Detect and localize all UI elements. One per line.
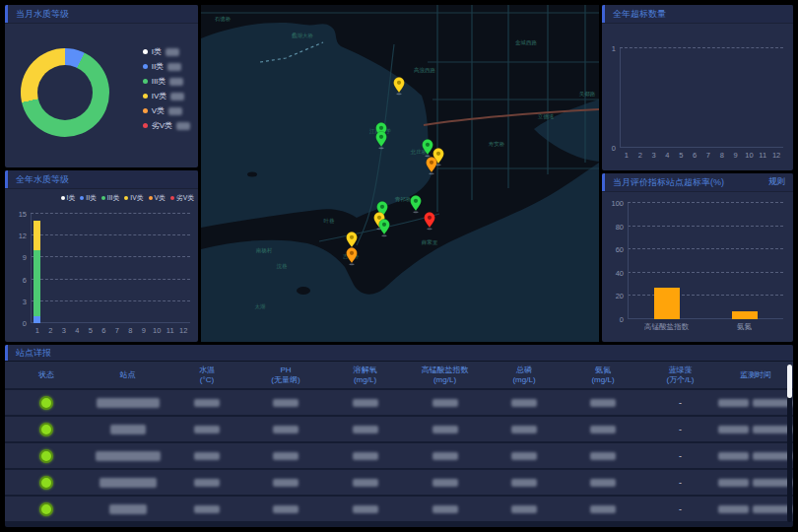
column-header-状态: 状态 [5,370,88,380]
pin-shadow [427,228,432,230]
pin-shadow [396,93,401,95]
redacted-value [273,505,299,513]
cell-氨氮 [564,452,642,460]
table-row[interactable]: - [5,497,793,521]
cell-水温 [167,452,246,460]
legend-item[interactable]: IV类 [143,91,190,101]
cell-站点 [88,478,167,488]
table-row[interactable]: - [5,443,793,468]
y-axis-tick: 3 [23,297,27,305]
redacted-value [176,122,190,130]
redacted-date [718,399,749,407]
x-axis-tick: 7 [115,326,119,335]
gridline: 15 [31,213,190,214]
legend-dot [143,49,148,54]
cell-水温 [167,426,246,433]
bar-segment-II类 [33,316,40,323]
y-axis-tick: 9 [23,253,27,262]
panel-title-text: 全年超标数量 [613,8,666,21]
panel-title-text: 站点详报 [16,347,51,360]
legend-label: I类 [67,193,76,203]
gridline: 0 [31,322,190,323]
year-quality-plot[interactable]: 03691215123456789101112 [31,214,190,323]
pin-center [379,135,383,139]
pin-center [379,126,383,130]
table-body: ----- [5,390,793,521]
legend-item[interactable]: I类 [61,193,76,203]
redacted-value [169,78,183,86]
x-axis-tick: 1 [625,151,629,160]
status-indicator [39,396,53,410]
legend-label: III类 [152,76,166,87]
x-axis-tick: 5 [89,326,93,335]
legend-item[interactable]: V类 [149,193,166,203]
redacted-value [194,426,220,433]
panel-title-month-rate: 当月评价指标站点超标率(%) 规则 [602,173,793,191]
y-axis-tick: 60 [616,245,624,254]
panel-title-month-quality: 当月水质等级 [5,5,198,23]
cell-水温 [167,479,246,487]
redacted-value [432,399,458,407]
table-row[interactable]: - [5,470,793,495]
pin-center [350,235,354,239]
legend-item[interactable]: V类 [143,105,190,116]
y-axis-line [31,214,32,323]
cell-站点 [88,451,167,461]
legend-item[interactable]: IV类 [124,193,143,203]
cell-高锰酸盐指数 [405,426,485,433]
redacted-value [166,48,179,56]
scrollbar-thumb[interactable] [787,365,792,398]
x-axis-tick: 12 [772,151,780,160]
cell-氨氮 [564,479,642,487]
redacted-value [168,107,182,115]
legend-label: II类 [86,193,97,203]
pin-center [377,216,381,220]
map-canvas: 石塘桥蠡湖大桥高浪西路金城西路吴都路江南大学北庄桥寿安桥立德道青祁桥叶巷薛家里吉… [201,5,599,342]
rules-link[interactable]: 规则 [768,176,785,188]
x-axis-tick: 高锰酸盐指数 [644,322,689,332]
redacted-value [432,426,458,433]
water-quality-dashboard: 当月水质等级 I类II类III类IV类V类劣V类 全年水质等级 I类II类III… [0,0,798,532]
map-place-label: 太湖 [255,303,266,309]
legend-label: II类 [152,61,164,72]
legend-item[interactable]: 劣V类 [143,120,190,131]
redacted-value [273,452,299,460]
table-row[interactable]: - [5,390,793,415]
cell-PH [246,399,325,407]
cell-蓝绿藻: - [642,478,718,488]
legend-item[interactable]: III类 [101,193,119,203]
cell-氨氮 [564,426,642,433]
gridline: 0 [628,318,783,319]
gridline: 1 [620,47,783,48]
redacted-station [109,504,147,514]
legend-label: IV类 [130,193,143,203]
donut-legend: I类II类III类IV类V类劣V类 [143,46,190,131]
redacted-station [100,478,157,488]
rate-bar-高锰酸盐指数[interactable] [654,288,680,319]
column-header-站点: 站点 [88,370,167,380]
legend-item[interactable]: 劣V类 [170,193,194,203]
station-map[interactable]: 石塘桥蠡湖大桥高浪西路金城西路吴都路江南大学北庄桥寿安桥立德道青祁桥叶巷薛家里吉… [201,5,599,342]
donut-chart[interactable] [21,48,109,137]
redacted-date [718,505,749,513]
year-exceed-plot[interactable]: 01123456789101112 [620,48,783,148]
legend-label: V类 [152,105,165,116]
stacked-bar[interactable] [33,214,40,323]
map-place-label: 薛家里 [422,239,438,245]
cell-PH [246,452,325,460]
table-row[interactable]: - [5,417,793,441]
cell-状态 [5,423,88,436]
legend-item[interactable]: III类 [143,76,190,87]
legend-item[interactable]: II类 [80,193,97,203]
rate-bar-氨氮[interactable] [732,311,758,319]
cell-氨氮 [564,399,642,407]
legend-item[interactable]: II类 [143,61,190,72]
gridline: 80 [628,226,783,227]
month-rate-plot[interactable]: 020406080100高锰酸盐指数氨氮 [628,203,783,319]
cell-总磷 [485,399,564,407]
legend-item[interactable]: I类 [143,46,190,57]
x-axis-tick: 8 [128,326,132,335]
year-quality-chart: I类II类III类IV类V类劣V类 0369121512345678910111… [5,188,198,341]
table-scrollbar[interactable] [787,365,792,522]
bar-segment-III类 [33,250,40,316]
